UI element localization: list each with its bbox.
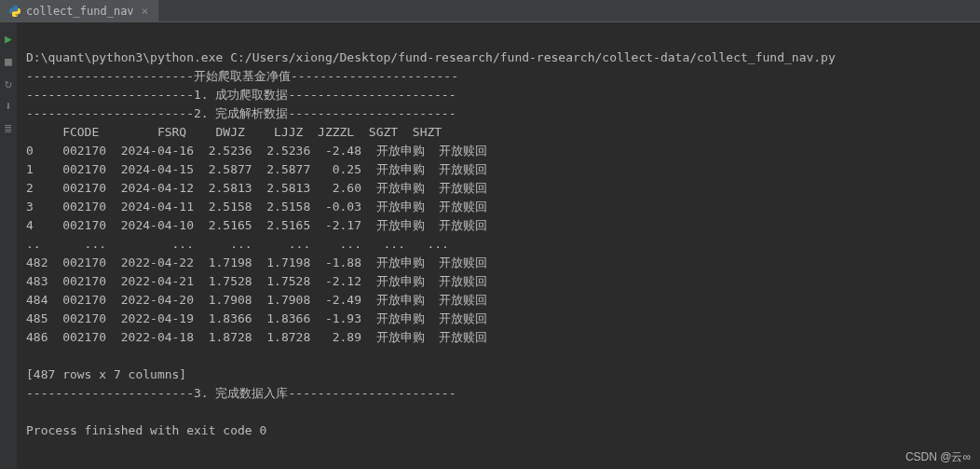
separator-1: -----------------------1. 成功爬取数据--------…: [26, 88, 456, 102]
run-icon[interactable]: ▶: [2, 32, 15, 45]
table-row: 4 002170 2024-04-10 2.5165 2.5165 -2.17 …: [26, 218, 487, 232]
python-icon: [9, 6, 20, 17]
tab-label: collect_fund_nav: [26, 5, 134, 18]
debug-icon[interactable]: ⬇: [2, 99, 15, 112]
layout-icon[interactable]: ≣: [2, 121, 15, 134]
table-row: 0 002170 2024-04-16 2.5236 2.5236 -2.48 …: [26, 144, 487, 158]
table-row: 482 002170 2022-04-22 1.7198 1.7198 -1.8…: [26, 255, 487, 269]
separator-start: -----------------------开始爬取基金净值---------…: [26, 69, 458, 83]
table-row: 485 002170 2022-04-19 1.8366 1.8366 -1.9…: [26, 311, 487, 325]
table-row: 2 002170 2024-04-12 2.5813 2.5813 2.60 开…: [26, 181, 487, 195]
table-row: 484 002170 2022-04-20 1.7908 1.7908 -2.4…: [26, 293, 487, 307]
table-row: 486 002170 2022-04-18 1.8728 1.8728 2.89…: [26, 330, 487, 344]
tab-bar: collect_fund_nav ×: [0, 0, 980, 22]
tab-collect-fund-nav[interactable]: collect_fund_nav ×: [0, 0, 158, 21]
table-row: 483 002170 2022-04-21 1.7528 1.7528 -2.1…: [26, 274, 487, 288]
process-finished: Process finished with exit code 0: [26, 423, 266, 437]
main-area: ▶ ■ ↻ ⬇ ≣ D:\quant\python3\python.exe C:…: [0, 22, 980, 469]
console-output[interactable]: D:\quant\python3\python.exe C:/Users/xio…: [17, 22, 980, 469]
summary-line: [487 rows x 7 columns]: [26, 367, 186, 381]
table-row: 1 002170 2024-04-15 2.5877 2.5877 0.25 开…: [26, 162, 487, 176]
table-row: 3 002170 2024-04-11 2.5158 2.5158 -0.03 …: [26, 200, 487, 214]
table-ellipsis: .. ... ... ... ... ... ... ...: [26, 237, 449, 251]
watermark: CSDN @云∞: [905, 449, 971, 465]
rerun-icon[interactable]: ↻: [2, 76, 15, 90]
command-line: D:\quant\python3\python.exe C:/Users/xio…: [26, 50, 836, 64]
stop-icon[interactable]: ■: [2, 54, 15, 67]
separator-3: -----------------------3. 完成数据入库--------…: [26, 386, 456, 400]
run-gutter: ▶ ■ ↻ ⬇ ≣: [0, 22, 17, 469]
close-icon[interactable]: ×: [142, 4, 149, 18]
table-header: FCODE FSRQ DWJZ LJJZ JZZZL SGZT SHZT: [26, 125, 442, 139]
separator-2: -----------------------2. 完成解析数据--------…: [26, 106, 456, 120]
